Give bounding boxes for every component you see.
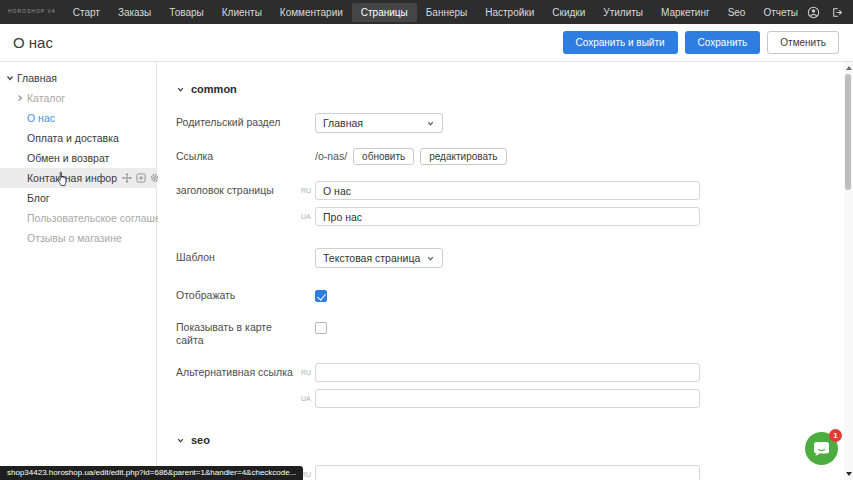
menu-item-seo[interactable]: Seo (719, 3, 755, 22)
parent-section-select[interactable]: Главная (315, 113, 443, 133)
tree-item-polzovatelskoe[interactable]: Пользовательское соглашение (0, 208, 156, 228)
tree-item-o-nas[interactable]: О нас (0, 108, 156, 128)
template-row: Шаблон Текстовая страница (176, 248, 844, 268)
tree-item-label: Главная (17, 72, 57, 84)
link-edit-button[interactable]: редактировать (420, 148, 506, 165)
menu-item-marketing[interactable]: Маркетинг (652, 3, 719, 22)
tree-item-label: Контактная инфор (27, 172, 117, 184)
chat-widget-button[interactable]: 1 (805, 432, 838, 465)
tree-item-label: Отзывы о магазине (27, 232, 122, 244)
page-title-ua-input[interactable] (315, 207, 700, 226)
parent-section-value: Главная (323, 117, 426, 129)
tree-item-label: Обмен и возврат (27, 152, 109, 164)
save-button[interactable]: Сохранить (685, 31, 761, 54)
lang-ua-badge: UA (301, 207, 315, 227)
tree-item-katalog[interactable]: Каталог (0, 88, 156, 108)
html-title-ru-input[interactable] (315, 465, 700, 480)
menu-item-discounts[interactable]: Скидки (543, 3, 594, 22)
logo-version: HOROSHOP V4 (8, 9, 58, 14)
menu-item-start[interactable]: Старт (64, 3, 109, 22)
sitemap-row: Показывать в карте сайта (176, 321, 844, 347)
tree-item-label: О нас (27, 112, 55, 124)
template-select[interactable]: Текстовая страница (315, 248, 443, 268)
tree-item-obmen[interactable]: Обмен и возврат (0, 148, 156, 168)
logo[interactable]: HOROSHOP V4 shop34423.horoshop.ua (8, 9, 58, 15)
add-icon[interactable] (136, 173, 146, 183)
parent-section-label: Родительский раздел (176, 113, 301, 132)
logo-shop-domain: shop34423.horoshop.ua (158, 62, 844, 82)
tree-item-label: Блог (27, 192, 50, 204)
sitemap-checkbox[interactable] (315, 322, 327, 334)
main-menu: Старт Заказы Товары Клиенты Комментарии … (64, 3, 807, 22)
page-title-label: заголовок страницы (176, 181, 301, 200)
menu-item-utilities[interactable]: Утилиты (594, 3, 652, 22)
menu-item-comments[interactable]: Комментарии (271, 3, 352, 22)
menu-item-pages[interactable]: Страницы (352, 3, 417, 22)
page-edit-form: common Родительский раздел Главная Ссылк… (158, 62, 844, 480)
section-seo-title: seo (191, 434, 210, 446)
lang-ru-badge: RU (301, 465, 315, 480)
status-url: shop34423.horoshop.ua/edit/edit.php?id=6… (7, 468, 296, 477)
link-row: Ссылка /o-nas/ обновить редактировать (176, 147, 844, 166)
display-row: Отображать (176, 289, 844, 302)
chevron-right-icon[interactable] (15, 93, 25, 103)
parent-section-row: Родительский раздел Главная (176, 113, 844, 133)
alt-link-ru-row: Альтернативная ссылка RU (176, 363, 844, 383)
alt-link-ua-row: UA (176, 389, 844, 409)
save-and-exit-button[interactable]: Сохранить и выйти (563, 31, 678, 54)
account-icon[interactable] (807, 6, 820, 19)
move-icon[interactable] (122, 173, 132, 183)
display-checkbox[interactable] (315, 290, 327, 302)
link-update-button[interactable]: обновить (353, 148, 414, 165)
chevron-down-icon[interactable] (5, 73, 15, 83)
chevron-down-icon (426, 254, 435, 263)
menu-item-products[interactable]: Товары (160, 3, 212, 22)
tree-item-blog[interactable]: Блог (0, 188, 156, 208)
browser-status-bar: shop34423.horoshop.ua/edit/edit.php?id=6… (0, 466, 303, 480)
logout-icon[interactable] (830, 6, 843, 19)
chevron-down-icon (176, 85, 185, 94)
lang-ru-badge: RU (301, 181, 315, 201)
menu-item-orders[interactable]: Заказы (109, 3, 160, 22)
tree-item-kontaktnaya[interactable]: Контактная инфор (0, 168, 156, 188)
page-title-ru-row: заголовок страницы RU (176, 181, 844, 201)
tree-item-oplata[interactable]: Оплата и доставка (0, 128, 156, 148)
template-value: Текстовая страница (323, 252, 426, 264)
top-navigation-bar: HOROSHOP V4 shop34423.horoshop.ua Старт … (0, 0, 853, 24)
header-actions: Сохранить и выйти Сохранить Отменить (563, 31, 840, 54)
page-header: О нас Сохранить и выйти Сохранить Отмени… (0, 24, 853, 62)
tree-item-glavnaya[interactable]: Главная (0, 68, 156, 88)
page-title-ru-input[interactable] (315, 181, 700, 200)
alt-link-ru-input[interactable] (315, 363, 700, 382)
pages-tree-sidebar: Главная Каталог О нас Оплата и доставка … (0, 62, 157, 480)
chat-bubble-icon (812, 440, 831, 457)
vertical-scrollbar[interactable] (844, 62, 853, 480)
menu-item-reports[interactable]: Отчеты (754, 3, 807, 22)
tree-item-label: Оплата и доставка (27, 132, 119, 144)
alt-link-ua-input[interactable] (315, 389, 700, 408)
template-label: Шаблон (176, 248, 301, 267)
tree-item-label: Пользовательское соглашение (27, 212, 178, 224)
menu-item-settings[interactable]: Настройки (476, 3, 543, 22)
cancel-button[interactable]: Отменить (767, 31, 839, 54)
alt-link-label: Альтернативная ссылка (176, 363, 301, 382)
chevron-down-icon (176, 436, 185, 445)
link-value: /o-nas/ (315, 150, 347, 162)
chevron-down-icon (426, 119, 435, 128)
lang-ru-badge: RU (301, 363, 315, 383)
section-seo-header[interactable]: seo (176, 433, 844, 447)
topbar-right-icons (807, 6, 843, 19)
menu-item-clients[interactable]: Клиенты (213, 3, 271, 22)
app-window: HOROSHOP V4 shop34423.horoshop.ua Старт … (0, 0, 853, 480)
chat-notification-badge: 1 (829, 429, 842, 442)
section-common-header[interactable]: common (176, 82, 844, 96)
sitemap-label: Показывать в карте сайта (176, 321, 301, 347)
page-title-ua-row: UA (176, 207, 844, 227)
scroll-up-arrow[interactable] (846, 66, 852, 70)
display-label: Отображать (176, 289, 301, 302)
scroll-down-arrow[interactable] (846, 472, 852, 476)
menu-item-banners[interactable]: Баннеры (417, 3, 476, 22)
scrollbar-thumb[interactable] (845, 74, 851, 190)
tree-item-otzyvy[interactable]: Отзывы о магазине (0, 228, 156, 248)
section-common-title: common (191, 83, 237, 95)
